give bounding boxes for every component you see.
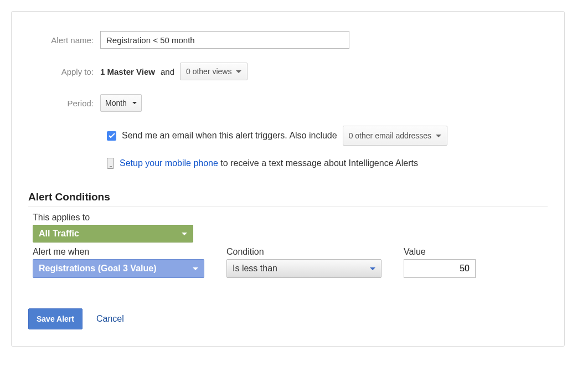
period-label: Period:: [28, 99, 100, 108]
apply-to-row: Apply to: 1 Master View and 0 other view…: [28, 63, 548, 80]
other-emails-value: 0 other email addresses: [349, 131, 431, 140]
save-alert-button[interactable]: Save Alert: [28, 308, 83, 329]
period-value: Month: [105, 99, 127, 107]
other-views-dropdown[interactable]: 0 other views: [180, 63, 248, 80]
mobile-setup-link[interactable]: Setup your mobile phone: [120, 158, 218, 168]
alert-conditions-heading: Alert Conditions: [28, 191, 548, 203]
period-dropdown[interactable]: Month: [100, 94, 142, 112]
alert-form-panel: Alert name: Apply to: 1 Master View and …: [11, 11, 565, 347]
button-row: Save Alert Cancel: [28, 308, 548, 329]
condition-dropdown[interactable]: Is less than: [226, 259, 382, 278]
other-emails-dropdown[interactable]: 0 other email addresses: [343, 126, 447, 146]
alert-me-dropdown[interactable]: Registrations (Goal 3 Value): [33, 259, 204, 278]
apply-to-view-name: 1 Master View: [100, 67, 155, 76]
divider: [28, 207, 548, 207]
email-checkbox[interactable]: [107, 131, 116, 141]
mobile-setup-row: Setup your mobile phone to receive a tex…: [107, 158, 548, 169]
other-views-value: 0 other views: [186, 67, 231, 76]
caret-down-icon: [236, 70, 241, 73]
email-checkbox-row: Send me an email when this alert trigger…: [107, 126, 548, 146]
email-checkbox-text: Send me an email when this alert trigger…: [122, 131, 337, 141]
cancel-link[interactable]: Cancel: [96, 314, 124, 324]
applies-to-dropdown[interactable]: All Traffic: [33, 225, 193, 243]
apply-to-and: and: [161, 67, 174, 76]
caret-down-icon: [193, 267, 198, 270]
value-input[interactable]: [404, 259, 476, 278]
value-label: Value: [404, 247, 476, 257]
mobile-setup-suffix: to receive a text message about Intellig…: [220, 158, 418, 168]
alert-name-row: Alert name:: [28, 31, 548, 49]
condition-value: Is less than: [233, 264, 277, 274]
mobile-phone-icon: [107, 158, 114, 169]
alert-me-value: Registrations (Goal 3 Value): [39, 264, 157, 274]
applies-to-value: All Traffic: [39, 229, 79, 239]
checkmark-icon: [109, 133, 115, 138]
caret-down-icon: [436, 135, 441, 137]
alert-name-label: Alert name:: [28, 35, 100, 45]
period-row: Period: Month: [28, 94, 548, 112]
apply-to-label: Apply to:: [28, 67, 100, 76]
condition-label: Condition: [226, 247, 382, 257]
alert-me-label: Alert me when: [33, 247, 204, 257]
alert-name-input[interactable]: [100, 31, 349, 49]
caret-down-icon: [370, 267, 375, 270]
applies-to-label: This applies to: [33, 213, 548, 223]
caret-down-icon: [182, 233, 187, 235]
caret-down-icon: [132, 102, 137, 104]
